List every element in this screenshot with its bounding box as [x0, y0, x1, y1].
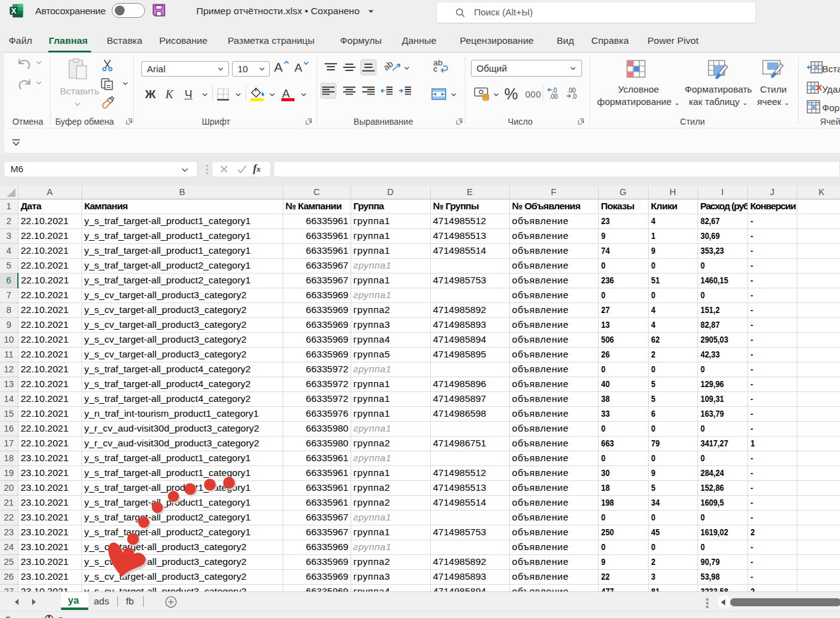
svg-text:.0: .0 [572, 93, 577, 99]
svg-text:.00: .00 [549, 93, 558, 99]
svg-text:X: X [11, 7, 17, 15]
